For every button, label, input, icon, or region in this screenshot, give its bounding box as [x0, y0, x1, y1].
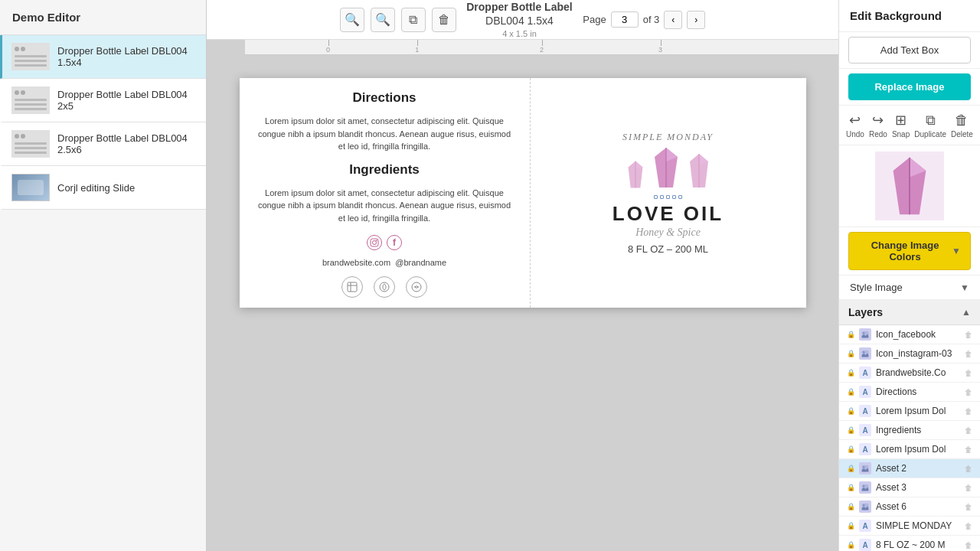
layer-item-layer-3[interactable]: 🔒ABrandwebsite.Co🗑 [839, 364, 980, 383]
product-subtitle: Honey & Spice [635, 226, 701, 239]
zoom-in-button[interactable]: 🔍 [340, 8, 364, 32]
layer-item-layer-6[interactable]: 🔒AIngredients🗑 [839, 421, 980, 440]
layer-item-layer-8[interactable]: 🔒Asset 2🗑 [839, 459, 980, 478]
layer-delete-icon[interactable]: 🗑 [963, 520, 974, 531]
directions-title: Directions [255, 90, 514, 106]
layer-lock-icon: 🔒 [845, 425, 856, 435]
svg-point-1 [373, 241, 377, 245]
label-left-panel: Directions Lorem ipsum dolor sit amet, c… [240, 78, 531, 308]
layer-delete-icon[interactable]: 🗑 [963, 329, 974, 340]
doc-thumb-2 [11, 86, 50, 114]
layer-type-icon [859, 481, 871, 494]
svg-point-23 [863, 351, 865, 354]
layer-item-layer-7[interactable]: 🔒ALorem Ipsum Dol🗑 [839, 440, 980, 459]
add-text-box-button[interactable]: Add Text Box [848, 37, 971, 64]
layer-name-layer-2: Icon_instagram-03 [876, 348, 960, 359]
layer-lock-icon: 🔒 [845, 501, 856, 512]
canvas-area[interactable]: 0 1 2 3 Directions Lorem ipsum dolor sit… [207, 40, 838, 551]
replace-image-button[interactable]: Replace Image [848, 73, 971, 100]
page-next-button[interactable]: › [687, 11, 705, 29]
style-image-row[interactable]: Style Image ▼ [839, 276, 980, 299]
zoom-out-button[interactable]: 🔍 [371, 8, 395, 32]
facebook-icon: f [387, 235, 402, 250]
layer-name-layer-8: Asset 2 [876, 463, 960, 474]
page-input[interactable] [611, 11, 639, 28]
layer-type-icon: A [859, 443, 871, 455]
layer-item-layer-2[interactable]: 🔒Icon_instagram-03🗑 [839, 344, 980, 364]
sidebar-item-dbl004-2-5x6[interactable]: Dropper Bottle Label DBL004 2.5x6 [0, 122, 206, 166]
layer-name-layer-10: Asset 6 [876, 501, 960, 512]
sidebar-item-corjl-slide[interactable]: Corjl editing Slide [0, 166, 206, 210]
delete-button[interactable]: 🗑 Delete [951, 112, 973, 139]
crystal-2[interactable] [652, 146, 681, 189]
sidebar-item-dbl004-1-5x4[interactable]: Dropper Bottle Label DBL004 1.5x4 [0, 35, 206, 79]
svg-rect-0 [371, 239, 378, 246]
delete-toolbar-button[interactable]: 🗑 [432, 8, 456, 32]
layer-item-layer-5[interactable]: 🔒ALorem Ipsum Dol🗑 [839, 402, 980, 421]
redo-button[interactable]: ↪ Redo [869, 112, 887, 139]
icon-3 [406, 276, 427, 298]
layer-name-layer-3: Brandwebsite.Co [876, 367, 960, 378]
ruler-horizontal: 0 1 2 3 [245, 40, 838, 55]
bottom-icons-row [255, 276, 514, 298]
copy-button[interactable]: ⧉ [401, 8, 426, 32]
layer-lock-icon: 🔒 [845, 406, 856, 416]
layers-section: Layers ▲ 🔒Icon_facebook🗑🔒Icon_instagram-… [839, 300, 980, 551]
layer-lock-icon: 🔒 [845, 329, 856, 340]
page-label: Page [583, 14, 606, 25]
layer-delete-icon[interactable]: 🗑 [963, 406, 974, 416]
layer-delete-icon[interactable]: 🗑 [963, 482, 974, 493]
edit-background-section: Edit Background [839, 0, 980, 32]
layer-delete-icon[interactable]: 🗑 [963, 463, 974, 474]
sidebar-item-label-3: Dropper Bottle Label DBL004 2.5x6 [57, 132, 197, 155]
layer-name-layer-11: SIMPLE MONDAY [876, 520, 960, 531]
duplicate-button[interactable]: ⧉ Duplicate [914, 112, 946, 139]
layer-item-layer-1[interactable]: 🔒Icon_facebook🗑 [839, 325, 980, 344]
layer-item-layer-11[interactable]: 🔒ASIMPLE MONDAY🗑 [839, 517, 980, 536]
replace-image-section: Replace Image [839, 69, 980, 106]
undo-button[interactable]: ↩ Undo [846, 112, 864, 139]
layer-name-layer-4: Directions [876, 386, 960, 397]
layer-item-layer-4[interactable]: 🔒ADirections🗑 [839, 383, 980, 402]
product-volume: 8 FL OZ – 200 ML [628, 243, 708, 255]
brand-text: SIMPLE MONDAY [622, 132, 714, 143]
layer-lock-icon: 🔒 [845, 386, 856, 397]
icon-2 [374, 276, 395, 298]
layer-item-layer-10[interactable]: 🔒Asset 6🗑 [839, 497, 980, 517]
sidebar-item-dbl004-2x5[interactable]: Dropper Bottle Label DBL004 2x5 [0, 79, 206, 122]
snap-button[interactable]: ⊞ Snap [892, 112, 910, 139]
page-nav: Page of 3 ‹ › [583, 11, 705, 29]
layer-delete-icon[interactable]: 🗑 [963, 367, 974, 378]
layer-delete-icon[interactable]: 🗑 [963, 425, 974, 435]
layer-type-icon [859, 328, 871, 341]
layer-item-layer-9[interactable]: 🔒Asset 3🗑 [839, 478, 980, 497]
style-image-chevron: ▼ [960, 282, 969, 293]
layer-lock-icon: 🔒 [845, 463, 856, 474]
layer-type-icon [859, 462, 871, 474]
layer-delete-icon[interactable]: 🗑 [963, 444, 974, 455]
layer-type-icon: A [859, 539, 871, 551]
layer-delete-icon[interactable]: 🗑 [963, 501, 974, 512]
svg-point-29 [863, 504, 865, 507]
image-preview [875, 152, 944, 220]
svg-point-7 [412, 282, 421, 292]
layer-delete-icon[interactable]: 🗑 [963, 348, 974, 359]
doc-thumb-1 [11, 43, 50, 70]
ingredients-body: Lorem ipsum dolor sit amet, consectetur … [255, 187, 514, 225]
layers-collapse-icon: ▲ [962, 307, 971, 318]
layer-item-layer-12[interactable]: 🔒A8 FL OZ ~ 200 M🗑 [839, 536, 980, 551]
layer-type-icon: A [859, 424, 871, 436]
layers-header[interactable]: Layers ▲ [839, 300, 980, 325]
svg-point-2 [376, 240, 377, 241]
layer-name-layer-12: 8 FL OZ ~ 200 M [876, 540, 960, 550]
layer-type-icon [859, 500, 871, 513]
canvas-document: Directions Lorem ipsum dolor sit amet, c… [240, 78, 806, 308]
layer-delete-icon[interactable]: 🗑 [963, 386, 974, 397]
layer-delete-icon[interactable]: 🗑 [963, 540, 974, 550]
change-image-colors-button[interactable]: Change Image Colors ▼ [848, 232, 971, 270]
svg-point-21 [863, 332, 865, 334]
edit-background-title[interactable]: Edit Background [839, 0, 980, 31]
main-area: 🔍 🔍 ⧉ 🗑 Dropper Bottle Label DBL004 1.5x… [207, 0, 838, 551]
layer-lock-icon: 🔒 [845, 367, 856, 378]
page-prev-button[interactable]: ‹ [664, 11, 682, 29]
